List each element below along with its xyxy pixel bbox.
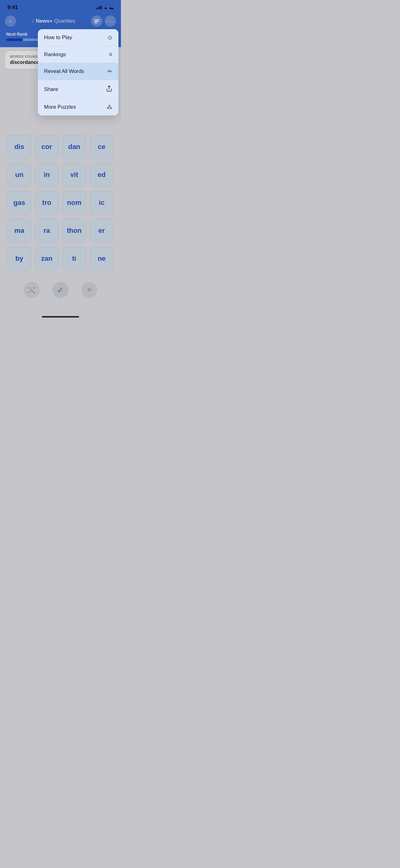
battery-icon: ▬: [109, 5, 113, 10]
profile-button[interactable]: [91, 16, 102, 27]
tile-nom[interactable]: nom: [62, 191, 86, 215]
tile-dan[interactable]: dan: [62, 135, 86, 159]
cancel-icon: ✕: [87, 286, 92, 294]
tile-cor[interactable]: cor: [35, 135, 59, 159]
tile-ed[interactable]: ed: [90, 163, 114, 187]
menu-item-rankings-label: Rankings: [44, 52, 66, 58]
tile-cor-text: cor: [41, 143, 52, 151]
tile-ma[interactable]: ma: [7, 219, 31, 243]
tile-vit[interactable]: vit: [62, 163, 86, 187]
tile-dan-text: dan: [68, 143, 80, 151]
tile-ra[interactable]: ra: [35, 219, 59, 243]
shuffle-icon: [27, 286, 36, 293]
home-bar: [42, 316, 79, 318]
app-name-label: News+: [36, 18, 53, 24]
tile-un-text: un: [15, 171, 24, 179]
tile-ma-text: ma: [14, 227, 24, 235]
header-title:  News+ Quartiles: [16, 18, 91, 24]
apple-logo-icon: : [32, 19, 34, 24]
menu-item-reveal-label: Reveal All Words: [44, 68, 84, 74]
tile-tro-text: tro: [42, 199, 51, 207]
status-icons: ▲ ▬: [96, 5, 113, 10]
clear-button[interactable]: ✕: [81, 282, 97, 298]
profile-icon: [94, 19, 100, 24]
menu-item-rankings[interactable]: Rankings ≡: [38, 46, 119, 63]
tile-ed-text: ed: [98, 171, 106, 179]
svg-rect-2: [94, 22, 97, 23]
tiles-grid: dis cor dan ce un in vit ed gas tro nom …: [7, 135, 113, 271]
tile-er-text: er: [98, 227, 105, 235]
tile-dis[interactable]: dis: [7, 135, 31, 159]
tile-zan-text: zan: [41, 254, 53, 262]
tile-ra-text: ra: [43, 227, 50, 235]
menu-item-reveal-all-words[interactable]: Reveal All Words ✏: [38, 63, 119, 80]
svg-rect-1: [94, 21, 99, 22]
submit-button[interactable]: ✓: [53, 282, 69, 298]
tile-in-text: in: [44, 171, 50, 179]
tile-by-text: by: [15, 254, 23, 262]
tile-tro[interactable]: tro: [35, 191, 59, 215]
tile-ce-text: ce: [98, 143, 105, 151]
menu-item-more-puzzles[interactable]: More Puzzles ⁂: [38, 99, 119, 116]
tile-zan[interactable]: zan: [35, 247, 59, 271]
tile-ce[interactable]: ce: [90, 135, 114, 159]
tile-er[interactable]: er: [90, 219, 114, 243]
tile-gas-text: gas: [13, 199, 25, 207]
menu-item-share-label: Share: [44, 86, 58, 93]
status-bar: 9:41 ▲ ▬: [0, 0, 121, 13]
wifi-icon: ▲: [104, 5, 108, 10]
tile-dis-text: dis: [14, 143, 24, 151]
status-time: 9:41: [7, 4, 18, 10]
header-right-controls: ···: [91, 16, 116, 27]
tile-in[interactable]: in: [35, 163, 59, 187]
tile-gas[interactable]: gas: [7, 191, 31, 215]
tile-ne-text: ne: [98, 254, 106, 262]
dropdown-menu: How to Play ⊙ Rankings ≡ Reveal All Word…: [38, 29, 119, 116]
menu-item-share[interactable]: Share: [38, 80, 119, 99]
header: ‹  News+ Quartiles ···: [0, 13, 121, 32]
list-icon: ≡: [109, 51, 112, 58]
shuffle-button[interactable]: [24, 282, 40, 298]
menu-item-how-to-play[interactable]: How to Play ⊙: [38, 29, 119, 46]
back-button[interactable]: ‹: [5, 16, 16, 27]
check-icon: ✓: [57, 285, 64, 295]
menu-item-how-to-play-label: How to Play: [44, 34, 72, 41]
share-icon: [106, 85, 112, 93]
tile-vit-text: vit: [70, 171, 78, 179]
ellipsis-icon: ···: [107, 18, 114, 25]
progress-bar-fill: [6, 38, 23, 41]
tile-ti-text: ti: [72, 254, 76, 262]
tile-nom-text: nom: [67, 199, 81, 207]
help-circle-icon: ⊙: [108, 34, 112, 41]
tile-thon[interactable]: thon: [62, 219, 86, 243]
tile-ne[interactable]: ne: [90, 247, 114, 271]
tile-ic[interactable]: ic: [90, 191, 114, 215]
home-indicator: [0, 314, 121, 322]
more-options-button[interactable]: ···: [105, 16, 116, 27]
app-subtitle-label: Quartiles: [53, 18, 75, 24]
signal-icon: [96, 6, 102, 9]
puzzle-icon: ⁂: [107, 104, 112, 111]
bottom-controls: ✓ ✕: [5, 277, 116, 307]
edit-icon: ✏: [108, 68, 112, 75]
tile-ti[interactable]: ti: [62, 247, 86, 271]
tile-thon-text: thon: [67, 227, 81, 235]
tile-ic-text: ic: [99, 199, 104, 207]
tile-un[interactable]: un: [7, 163, 31, 187]
menu-item-more-puzzles-label: More Puzzles: [44, 104, 76, 110]
main-content: How to Play ⊙ Rankings ≡ Reveal All Word…: [0, 73, 121, 314]
svg-rect-0: [94, 19, 99, 20]
tile-by[interactable]: by: [7, 247, 31, 271]
